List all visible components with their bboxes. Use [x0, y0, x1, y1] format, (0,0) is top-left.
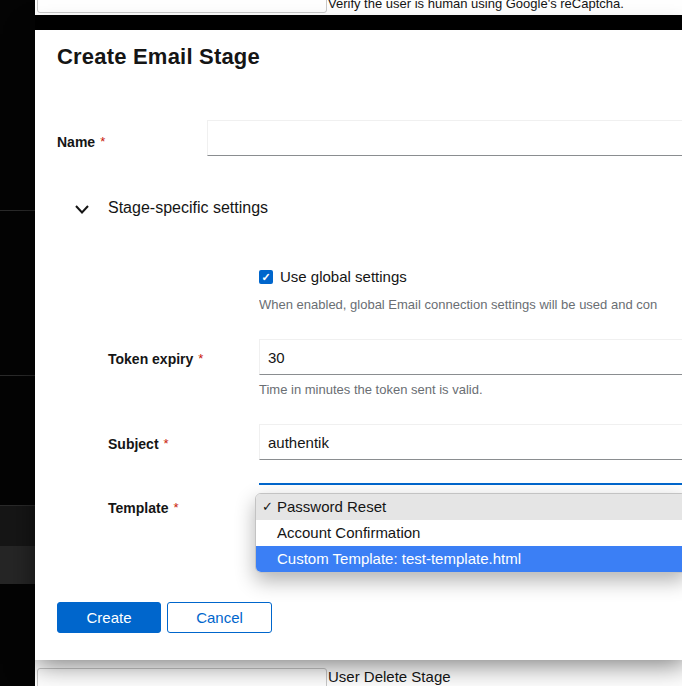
dropdown-option-custom-template[interactable]: Custom Template: test-template.html [256, 546, 682, 572]
create-button[interactable]: Create [57, 602, 161, 633]
required-asterisk: * [100, 134, 105, 149]
option-label: Custom Template: test-template.html [277, 550, 521, 567]
checkmark-icon: ✓ [262, 494, 273, 520]
background-row-text: Verify the user is human using Google's … [328, 0, 624, 11]
use-global-settings-label[interactable]: Use global settings [280, 268, 407, 285]
token-expiry-label-text: Token expiry [108, 351, 193, 367]
checkmark-icon: ✓ [259, 270, 273, 284]
background-table-row-top: Verify the user is human using Google's … [35, 0, 682, 15]
screen: Verify the user is human using Google's … [0, 0, 682, 686]
token-expiry-label: Token expiry* [108, 351, 203, 367]
option-label: Password Reset [277, 498, 386, 515]
token-expiry-help-text: Time in minutes the token sent is valid. [259, 382, 483, 397]
name-label: Name* [57, 134, 105, 150]
dropdown-option-password-reset[interactable]: ✓ Password Reset [256, 494, 682, 520]
template-dropdown-menu: ✓ Password Reset Account Confirmation Cu… [255, 493, 682, 573]
required-asterisk: * [164, 436, 169, 451]
modal-title: Create Email Stage [57, 44, 260, 70]
sidebar-item-row [0, 505, 35, 546]
background-row-box [37, 668, 327, 686]
background-row-text: User Delete Stage [328, 668, 451, 685]
token-expiry-input[interactable] [259, 339, 682, 375]
sidebar-divider [0, 375, 35, 376]
background-table-row-bottom: User Delete Stage [35, 660, 682, 686]
required-asterisk: * [173, 500, 178, 515]
sidebar [0, 0, 35, 686]
chevron-down-icon [75, 205, 89, 214]
required-asterisk: * [198, 351, 203, 366]
cancel-button[interactable]: Cancel [167, 602, 272, 633]
sidebar-item-active [0, 546, 35, 584]
subject-label: Subject* [108, 436, 169, 452]
template-label-text: Template [108, 500, 168, 516]
subject-label-text: Subject [108, 436, 159, 452]
background-row-box [37, 0, 327, 13]
dropdown-option-account-confirmation[interactable]: Account Confirmation [256, 520, 682, 546]
template-select[interactable] [259, 483, 682, 485]
option-label: Account Confirmation [277, 524, 420, 541]
create-email-stage-modal: Create Email Stage Name* Stage-specific … [35, 30, 682, 660]
name-label-text: Name [57, 134, 95, 150]
use-global-help-text: When enabled, global Email connection se… [259, 297, 682, 312]
sidebar-divider [0, 210, 35, 211]
section-title: Stage-specific settings [108, 199, 268, 217]
name-input[interactable] [207, 120, 682, 156]
stage-settings-toggle[interactable]: Stage-specific settings [71, 196, 321, 222]
subject-input[interactable] [259, 424, 682, 460]
use-global-settings-checkbox[interactable]: ✓ [259, 270, 273, 284]
template-label: Template* [108, 500, 179, 516]
